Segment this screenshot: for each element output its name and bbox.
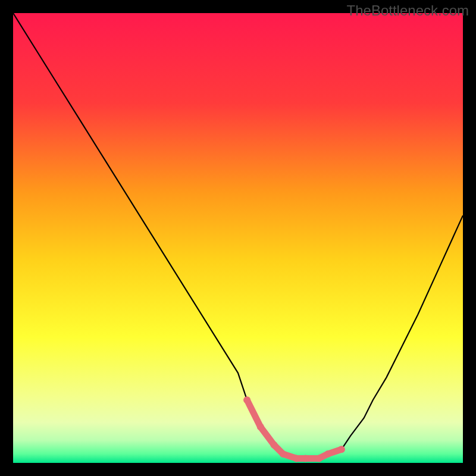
svg-point-5 — [293, 455, 300, 462]
svg-point-6 — [302, 455, 309, 462]
svg-point-8 — [324, 450, 331, 458]
watermark-label: TheBottleneck.com — [347, 2, 469, 19]
svg-point-3 — [270, 441, 277, 449]
svg-point-9 — [338, 446, 345, 453]
svg-point-7 — [315, 455, 322, 462]
svg-point-4 — [280, 450, 287, 458]
bottleneck-chart — [13, 13, 463, 463]
svg-point-2 — [257, 424, 264, 431]
svg-point-1 — [243, 396, 250, 403]
svg-rect-0 — [13, 13, 463, 463]
